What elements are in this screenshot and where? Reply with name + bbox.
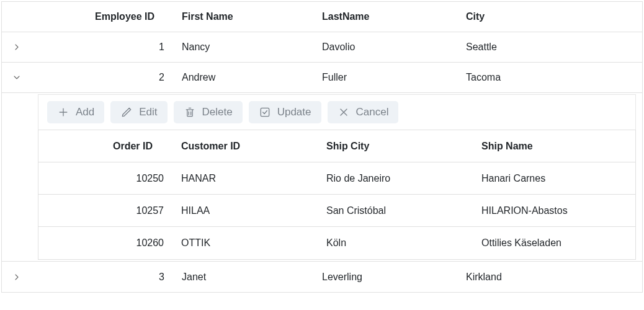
child-cell-order-id: 10250: [38, 173, 175, 184]
header-first-name[interactable]: First Name: [176, 11, 320, 22]
master-row[interactable]: 3 Janet Leverling Kirkland: [2, 262, 642, 292]
add-button-label: Add: [76, 106, 94, 118]
cell-first-name: Andrew: [176, 72, 320, 83]
cell-city: Seattle: [463, 42, 607, 53]
cell-employee-id: 2: [32, 72, 176, 83]
cell-last-name: Leverling: [320, 272, 463, 283]
cancel-icon: [338, 106, 350, 118]
master-grid-header: Employee ID First Name LastName City: [2, 2, 642, 32]
cell-last-name: Fuller: [320, 72, 463, 83]
child-grid-header: Order ID Customer ID Ship City Ship Name: [38, 130, 635, 162]
cell-employee-id: 3: [32, 272, 176, 283]
child-cell-ship-name: Hanari Carnes: [479, 173, 635, 184]
child-cell-order-id: 10260: [38, 237, 175, 249]
child-header-ship-city[interactable]: Ship City: [324, 141, 479, 152]
chevron-down-icon: [12, 73, 22, 82]
cell-first-name: Janet: [176, 272, 320, 283]
detail-row: Add Edit Delete Update Cancel Order ID: [2, 93, 642, 262]
master-grid: Employee ID First Name LastName City 1 N…: [1, 1, 643, 293]
child-cell-ship-city: Köln: [324, 237, 479, 249]
svg-rect-4: [261, 108, 269, 116]
child-cell-ship-name: HILARION-Abastos: [479, 205, 635, 216]
update-button-label: Update: [277, 106, 311, 118]
cell-city: Tacoma: [463, 72, 607, 83]
cell-city: Kirkland: [463, 272, 607, 283]
child-row[interactable]: 10260 OTTIK Köln Ottilies Käseladen: [38, 227, 635, 259]
chevron-right-icon: [12, 272, 22, 282]
update-button[interactable]: Update: [249, 101, 321, 123]
delete-button[interactable]: Delete: [174, 101, 243, 123]
child-header-order-id[interactable]: Order ID: [38, 141, 175, 152]
save-check-icon: [259, 106, 271, 118]
child-cell-ship-city: Rio de Janeiro: [324, 173, 479, 184]
trash-icon: [184, 106, 196, 118]
child-header-ship-name[interactable]: Ship Name: [479, 141, 635, 152]
expand-toggle[interactable]: [2, 272, 32, 282]
child-grid: Order ID Customer ID Ship City Ship Name…: [38, 130, 636, 260]
child-header-customer-id[interactable]: Customer ID: [175, 141, 324, 152]
edit-button[interactable]: Edit: [110, 101, 167, 123]
master-row[interactable]: 1 Nancy Davolio Seattle: [2, 32, 642, 63]
cancel-button-label: Cancel: [356, 106, 389, 118]
plus-icon: [57, 106, 69, 118]
child-row[interactable]: 10257 HILAA San Cristóbal HILARION-Abast…: [38, 195, 635, 227]
master-row[interactable]: 2 Andrew Fuller Tacoma: [2, 63, 642, 93]
child-grid-toolbar: Add Edit Delete Update Cancel: [38, 94, 636, 130]
cell-employee-id: 1: [32, 42, 176, 53]
expand-toggle[interactable]: [2, 73, 32, 82]
child-cell-ship-city: San Cristóbal: [324, 205, 479, 216]
pencil-icon: [120, 106, 133, 118]
edit-button-label: Edit: [139, 106, 157, 118]
expand-toggle[interactable]: [2, 42, 32, 52]
child-cell-customer-id: HANAR: [175, 173, 324, 184]
chevron-right-icon: [12, 42, 22, 52]
child-cell-order-id: 10257: [38, 205, 175, 216]
child-cell-customer-id: OTTIK: [175, 237, 324, 249]
child-cell-customer-id: HILAA: [175, 205, 324, 216]
child-cell-ship-name: Ottilies Käseladen: [479, 237, 635, 249]
delete-button-label: Delete: [202, 106, 233, 118]
cell-first-name: Nancy: [176, 42, 320, 53]
header-last-name[interactable]: LastName: [320, 11, 463, 22]
header-employee-id[interactable]: Employee ID: [32, 11, 176, 22]
cell-last-name: Davolio: [320, 42, 463, 53]
add-button[interactable]: Add: [47, 101, 104, 123]
header-city[interactable]: City: [463, 11, 607, 22]
cancel-button[interactable]: Cancel: [328, 101, 399, 123]
child-row[interactable]: 10250 HANAR Rio de Janeiro Hanari Carnes: [38, 162, 635, 195]
